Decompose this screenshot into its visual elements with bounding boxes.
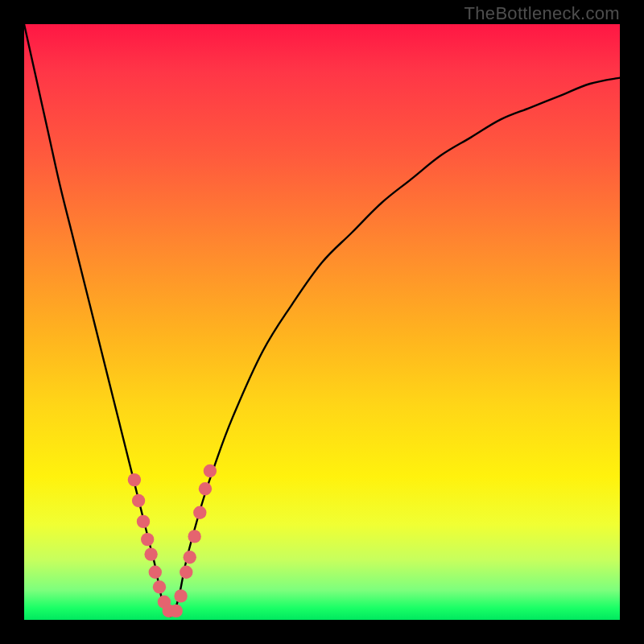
marker-dot xyxy=(193,506,206,519)
marker-dot xyxy=(132,494,145,507)
watermark-text: TheBottleneck.com xyxy=(464,3,620,24)
marker-dot xyxy=(188,530,200,543)
marker-dot xyxy=(204,464,217,477)
chart-frame: TheBottleneck.com xyxy=(0,0,644,644)
marker-dot xyxy=(199,482,212,495)
marker-dot xyxy=(141,533,154,546)
marker-dot xyxy=(149,566,162,579)
marker-dot xyxy=(137,515,150,528)
marker-dot xyxy=(153,580,166,593)
plot-area xyxy=(24,24,620,620)
bottleneck-curve xyxy=(24,24,620,617)
marker-dot xyxy=(170,605,183,617)
marker-dot xyxy=(174,589,187,602)
curve-layer xyxy=(24,24,620,620)
marker-dot xyxy=(144,547,157,560)
marker-dot xyxy=(184,551,196,564)
marker-group xyxy=(128,464,217,617)
marker-dot xyxy=(180,566,192,579)
marker-dot xyxy=(128,473,141,486)
